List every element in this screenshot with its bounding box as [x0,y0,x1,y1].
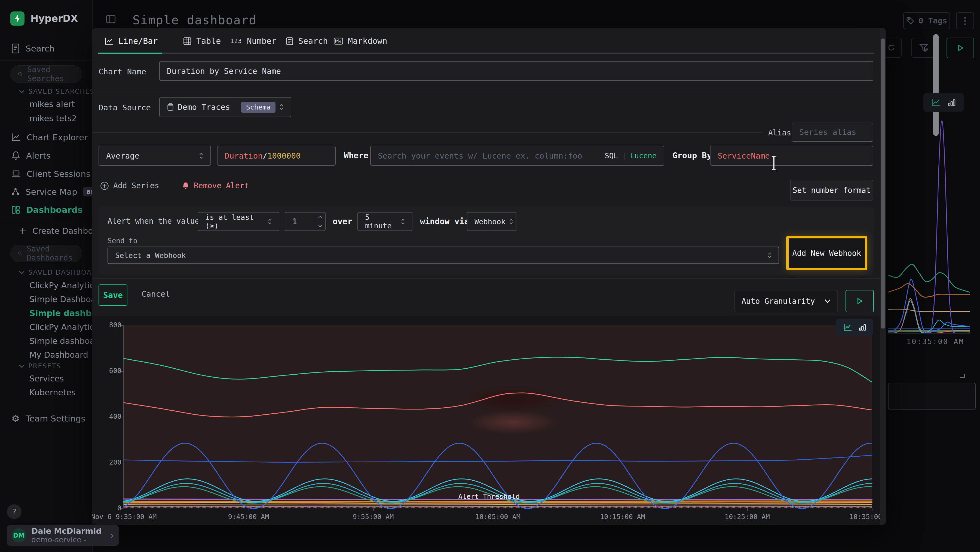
schema-badge[interactable]: Schema [241,102,275,113]
avatar: DM [12,528,26,542]
chart-type-toggle[interactable] [836,319,873,335]
modal-scrollbar-track[interactable] [880,28,886,525]
select-chevrons-icon [279,103,284,111]
app-logo-text: HyperDX [30,13,78,24]
saved-searches-input[interactable]: Saved Searches [10,65,82,83]
alert-channel-select[interactable]: Webhook [467,212,516,231]
chevron-down-icon [19,89,24,93]
set-number-format-button[interactable]: Set number format [790,180,873,201]
background-search-input[interactable] [888,383,976,410]
sidebar-collapse-button[interactable] [106,14,116,24]
data-source-select[interactable]: Demo Traces Schema [159,97,291,117]
sidebar-item-search[interactable]: Search [11,44,55,53]
chevron-right-icon: › [110,530,114,541]
send-to-label: Send to [108,237,137,245]
help-button[interactable]: ? [7,504,22,519]
user-card[interactable]: DM Dale McDiarmid demo-service - › [7,525,119,546]
add-new-webhook-button[interactable]: Add New Webhook [789,238,865,268]
x-axis-tick-label: 10:35:00 AM [823,513,886,521]
tab-underline-track [98,53,874,54]
table-icon [183,37,191,45]
alert-condition-select[interactable]: is at least (≥) [197,212,279,231]
add-webhook-highlight: Add New Webhook [786,236,867,270]
y-axis-tick [121,463,123,463]
more-options-button[interactable]: ⋮ [956,12,974,29]
alert-window-select[interactable]: 5 minute [358,212,412,231]
where-search-input[interactable]: Search your events w/ Lucene ex. column:… [370,146,664,166]
modal-scrollbar-thumb[interactable] [881,38,885,329]
preview-run-button[interactable] [846,290,874,312]
tags-button[interactable]: 0 Tags [903,12,950,29]
chart-series-salmon-line [124,393,872,417]
sidebar-item-alerts[interactable]: Alerts [11,151,51,161]
field-expression-input[interactable]: Duration / 1000000 [217,146,336,166]
filter-button[interactable] [912,38,936,58]
y-axis-tick [121,417,123,417]
group-by-input[interactable]: ServiceName [710,146,873,166]
add-series-button[interactable]: Add Series [100,181,159,190]
x-axis-tick-label: 10:25:00 AM [698,513,796,521]
y-axis-tick-label: 0 [100,504,121,512]
alert-prefix-label: Alert when the value [108,217,199,226]
line-chart-icon [843,324,852,331]
sidebar-item-team-settings[interactable]: ⚙ Team Settings [11,413,85,424]
sidebar-item-dashboards[interactable]: Dashboards [11,205,83,215]
aggregation-select[interactable]: Average [99,146,211,166]
chart-series-purple-spike [888,121,970,333]
sidebar-divider [0,61,92,61]
saved-searches-list: mikes alertmikes tets2 [29,99,77,123]
alias-label: Alias [768,128,791,137]
chart-series-orange-2 [124,503,872,503]
tab-line-bar[interactable]: Line/Bar [105,36,158,46]
bell-icon [11,151,20,160]
sidebar-item-chart-explorer[interactable]: Chart Explorer [11,132,88,142]
alert-threshold-input[interactable]: 1 [285,212,326,231]
granularity-select[interactable]: Auto Granularity [735,290,838,312]
chevron-down-icon [19,364,24,368]
presets-header[interactable]: PRESETS [19,362,61,370]
group-by-label: Group By [672,151,712,160]
tab-table[interactable]: Table [183,36,221,46]
tab-number[interactable]: 123 Number [230,36,276,46]
sidebar-item-client-sessions[interactable]: Client Sessions [11,169,91,179]
presets-list: ServicesKubernetes [29,374,76,397]
app-logo[interactable]: HyperDX [10,11,78,26]
saved-search-item[interactable]: mikes alert [29,99,77,109]
saved-search-item[interactable]: mikes tets2 [29,113,77,123]
chart-series-blue-flat [124,455,872,462]
line-chart-icon [11,133,21,142]
saved-dashboards-input[interactable]: Saved Dashboards [10,245,82,262]
123-icon: 123 [230,38,242,45]
bell-icon [182,182,189,190]
select-chevrons-icon [401,218,405,225]
preset-item[interactable]: Services [29,374,76,383]
number-spinner[interactable] [315,212,325,230]
dashboards-icon [11,206,20,214]
alert-threshold-label: Alert Threshold [458,493,520,501]
remove-alert-button[interactable]: Remove Alert [182,181,249,190]
bar-chart-icon [859,324,866,331]
tab-search[interactable]: Search [286,36,328,46]
filter-edit-icon [919,43,928,52]
tab-markdown[interactable]: Markdown [334,36,387,46]
mini-x-axis [888,333,970,333]
chart-name-input[interactable]: Duration by Service Name [159,61,873,81]
preset-item[interactable]: Kubernetes [29,388,76,397]
sql-toggle[interactable]: SQL [605,152,618,160]
chart-series-orange [888,284,970,297]
panel-resize-handle[interactable] [960,374,965,378]
saved-searches-header[interactable]: SAVED SEARCHES [19,88,95,95]
sidebar: HyperDX Search Saved Searches SAVED SEAR… [0,0,92,552]
gear-icon: ⚙ [11,413,20,424]
series-alias-input[interactable]: Series alias [792,123,873,142]
chart-series-tan [888,309,970,312]
run-query-button[interactable] [947,38,974,58]
edit-chart-modal: Line/Bar Table 123 Number Search Markdow… [92,28,886,525]
save-button[interactable]: Save [99,284,127,306]
lucene-toggle[interactable]: Lucene [630,152,657,160]
search-icon [18,250,22,257]
mini-chart-type-toggle[interactable] [923,93,964,112]
webhook-select[interactable]: Select a Webhook [108,247,779,264]
cancel-button[interactable]: Cancel [142,289,170,298]
background-dashboard-chart [888,118,970,333]
